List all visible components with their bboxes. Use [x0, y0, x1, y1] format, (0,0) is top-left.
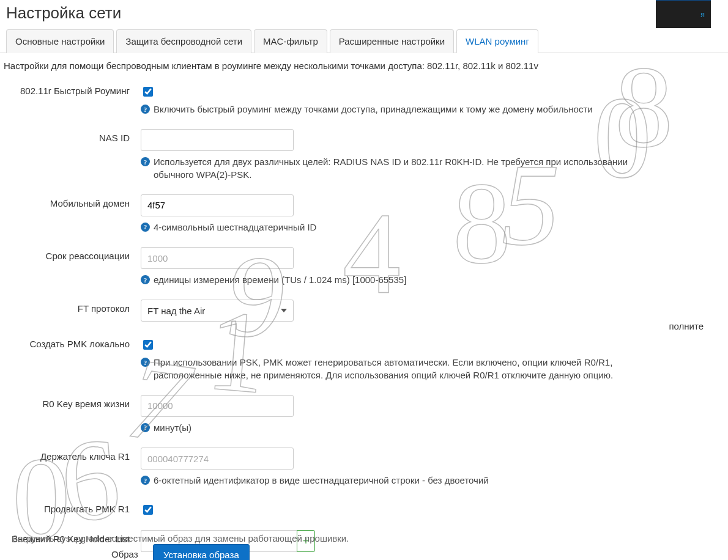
- row-pmk-local: Создать PMK локально ? При использовании…: [6, 335, 728, 381]
- checkbox-pmk-local[interactable]: [143, 340, 153, 350]
- label-r0-life: R0 Key время жизни: [6, 395, 141, 409]
- hint-r1-holder: 6-октетный идентификатор в виде шестнадц…: [154, 474, 489, 487]
- checkbox-push-pmk-r1[interactable]: [143, 505, 153, 515]
- input-nas-id[interactable]: [141, 129, 294, 151]
- row-mobile-domain: Мобильный домен ? 4-символьный шестнадца…: [6, 194, 728, 234]
- chevron-down-icon: [281, 309, 287, 312]
- label-nas-id: NAS ID: [6, 129, 141, 143]
- ghost-sysupgrade-text: Загрузить sysupgrade-совместимый образ д…: [12, 533, 349, 543]
- tab-general[interactable]: Основные настройки: [6, 29, 114, 53]
- input-r1-holder[interactable]: [141, 448, 294, 470]
- info-icon: ?: [141, 476, 150, 485]
- input-reassoc[interactable]: [141, 247, 294, 269]
- info-icon: ?: [141, 275, 150, 284]
- tab-description: Настройки для помощи беспроводным клиент…: [4, 61, 722, 71]
- tab-mac-filter[interactable]: MAC-фильтр: [254, 29, 327, 53]
- form: 802.11r Быстрый Роуминг ? Включить быстр…: [0, 82, 728, 552]
- hint-pmk-local: При использовании PSK, PMK может генерир…: [154, 356, 667, 381]
- hint-nas-id: Используется для двух различных целей: R…: [154, 156, 667, 181]
- hint-reassoc: единицы измерения времени (TUs / 1.024 m…: [154, 274, 406, 286]
- row-nas-id: NAS ID ? Используется для двух различных…: [6, 129, 728, 181]
- row-ft-protocol: FT протокол FT над the Air: [6, 300, 728, 322]
- label-reassoc: Срок реассоциации: [6, 247, 141, 261]
- titlebar-fragment: я: [656, 0, 711, 28]
- tab-bar: Основные настройки Защита беспроводной с…: [0, 29, 728, 53]
- info-icon: ?: [141, 157, 150, 166]
- titlebar-char: я: [700, 10, 705, 19]
- row-reassoc: Срок реассоциации ? единицы измерения вр…: [6, 247, 728, 286]
- tab-advanced[interactable]: Расширенные настройки: [330, 29, 454, 53]
- input-r0-life[interactable]: [141, 395, 294, 417]
- page-title: Настройка сети: [6, 4, 728, 23]
- label-push-pmk-r1: Продвигать PMK R1: [6, 500, 141, 514]
- input-mobile-domain[interactable]: [141, 194, 294, 216]
- row-push-pmk-r1: Продвигать PMK R1: [6, 500, 728, 517]
- tab-wlan-roaming[interactable]: WLAN роуминг: [456, 29, 538, 53]
- hint-r0-life: минут(ы): [154, 422, 191, 434]
- label-image: Образ: [111, 549, 138, 559]
- label-mobile-domain: Мобильный домен: [6, 194, 141, 208]
- label-ft-protocol: FT протокол: [6, 300, 141, 314]
- select-ft-protocol[interactable]: FT над the Air: [141, 300, 294, 322]
- hint-mobile-domain: 4-символьный шестнадцатеричный ID: [154, 221, 316, 234]
- fragment-text: полните: [669, 321, 704, 331]
- label-pmk-local: Создать PMK локально: [6, 335, 141, 349]
- info-icon: ?: [141, 358, 150, 367]
- label-fast-roaming: 802.11r Быстрый Роуминг: [6, 82, 141, 96]
- checkbox-fast-roaming[interactable]: [143, 87, 153, 97]
- tab-wireless-security[interactable]: Защита беспроводной сети: [116, 29, 251, 53]
- row-r0-life: R0 Key время жизни ? минут(ы): [6, 395, 728, 434]
- select-ft-protocol-value: FT над the Air: [147, 306, 205, 316]
- hint-fast-roaming: Включить быстрый роуминг между точками д…: [154, 103, 593, 116]
- info-icon: ?: [141, 423, 150, 432]
- info-icon: ?: [141, 223, 150, 232]
- row-fast-roaming: 802.11r Быстрый Роуминг ? Включить быстр…: [6, 82, 728, 116]
- label-r1-holder: Держатель ключа R1: [6, 448, 141, 462]
- row-r1-holder: Держатель ключа R1 ? 6-октетный идентифи…: [6, 448, 728, 487]
- info-icon: ?: [141, 105, 150, 114]
- install-image-button[interactable]: Установка образа: [153, 544, 250, 560]
